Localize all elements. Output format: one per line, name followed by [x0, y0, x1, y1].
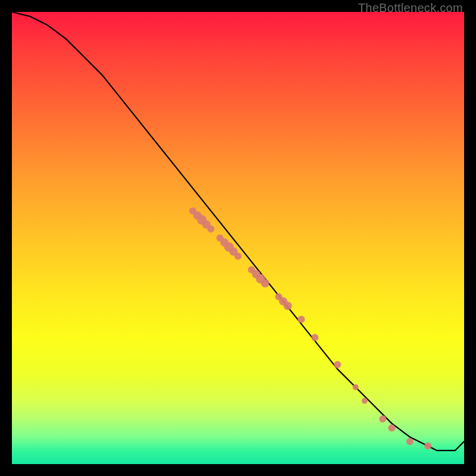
curve-layer: [12, 12, 464, 464]
data-point: [311, 334, 318, 341]
data-point: [234, 252, 242, 259]
plot-area: [12, 12, 464, 464]
data-point: [298, 316, 305, 323]
data-point: [406, 438, 414, 445]
data-point: [261, 279, 270, 287]
data-point: [379, 415, 386, 422]
data-point: [207, 226, 214, 233]
data-point: [388, 424, 395, 431]
data-point: [284, 302, 292, 310]
data-point: [353, 384, 359, 390]
chart-frame: TheBottleneck.com: [0, 0, 476, 476]
data-point: [362, 398, 368, 404]
data-point: [334, 361, 341, 368]
data-points-group: [189, 207, 431, 449]
bottleneck-curve: [12, 12, 464, 450]
data-point: [424, 443, 431, 450]
